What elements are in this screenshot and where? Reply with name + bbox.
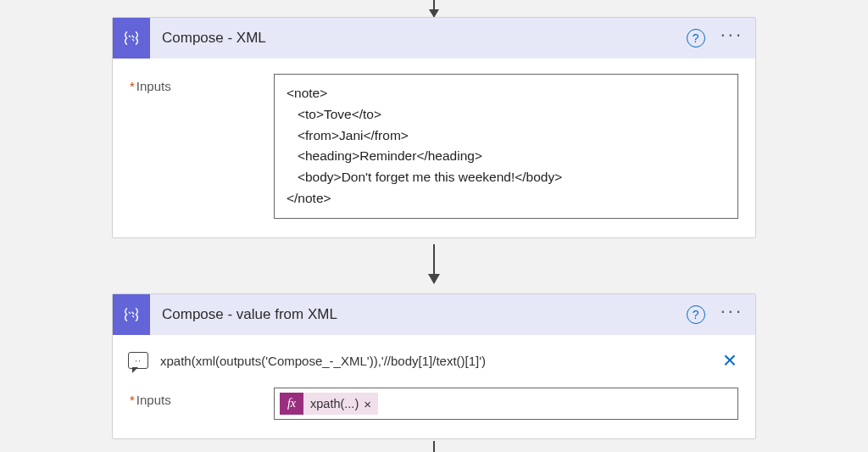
compose-action-icon <box>113 18 150 59</box>
connector-arrow-top <box>433 0 435 17</box>
required-marker: * <box>130 393 135 407</box>
inputs-label: *Inputs <box>130 74 274 93</box>
overflow-menu-icon[interactable]: ··· <box>721 31 743 46</box>
overflow-menu-icon[interactable]: ··· <box>721 307 743 322</box>
card-body: *Inputs fx xpath(...) × <box>113 382 755 438</box>
expression-bubble-icon: ·· <box>128 352 148 369</box>
inputs-label: *Inputs <box>130 388 274 407</box>
remove-token-icon[interactable]: × <box>364 397 371 411</box>
expression-text: xpath(xml(outputs('Compose_-_XML')),'//b… <box>160 354 720 368</box>
inputs-token-field[interactable]: fx xpath(...) × <box>274 388 738 420</box>
svg-line-3 <box>132 315 133 316</box>
close-expression-icon[interactable]: × <box>720 347 740 374</box>
required-marker: * <box>130 79 135 93</box>
inputs-label-text: Inputs <box>136 79 171 93</box>
expression-preview-row: ·· xpath(xml(outputs('Compose_-_XML')),'… <box>113 335 755 382</box>
compose-value-from-xml-card: Compose - value from XML ? ··· ·· xpath(… <box>112 293 756 439</box>
fx-badge-icon: fx <box>280 393 303 415</box>
help-icon[interactable]: ? <box>687 29 705 47</box>
compose-xml-card: Compose - XML ? ··· *Inputs <note> <to>T… <box>112 17 756 238</box>
expression-token[interactable]: xpath(...) × <box>303 393 378 415</box>
compose-action-icon <box>113 294 150 335</box>
card-header[interactable]: Compose - XML ? ··· <box>113 18 755 59</box>
inputs-label-text: Inputs <box>136 393 171 407</box>
connector-arrow-bottom <box>433 441 435 452</box>
connector-arrow-middle <box>433 244 435 283</box>
card-title: Compose - XML <box>150 30 687 47</box>
help-icon[interactable]: ? <box>687 305 705 324</box>
token-label: xpath(...) <box>310 397 359 410</box>
card-header[interactable]: Compose - value from XML ? ··· <box>113 294 755 335</box>
inputs-textarea[interactable]: <note> <to>Tove</to> <from>Jani</from> <… <box>274 74 738 219</box>
card-title: Compose - value from XML <box>150 306 687 323</box>
card-body: *Inputs <note> <to>Tove</to> <from>Jani<… <box>113 59 755 237</box>
svg-line-2 <box>129 312 130 313</box>
